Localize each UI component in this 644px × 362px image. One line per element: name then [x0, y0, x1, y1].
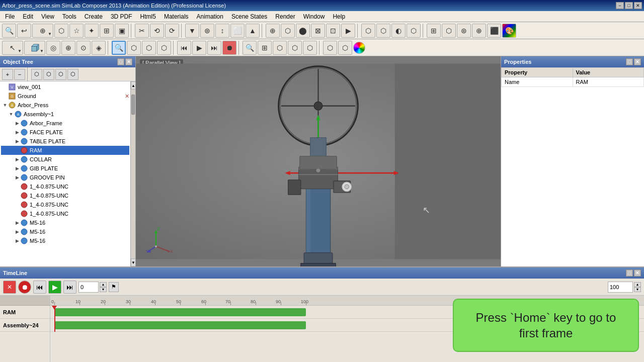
tb2-cube[interactable]: ▼: [24, 41, 45, 55]
tb1-hex5[interactable]: ⬡: [442, 24, 456, 38]
tree-group-button[interactable]: ⬡: [43, 69, 54, 80]
tb1-color[interactable]: 🎨: [502, 24, 516, 38]
scroll-down-btn[interactable]: ▼: [131, 258, 135, 266]
tb1-play[interactable]: ▶: [341, 24, 355, 38]
viewport[interactable]: [ Parallel View ]: [136, 56, 501, 266]
tb1-select2[interactable]: ▣: [115, 24, 129, 38]
panel-close-button[interactable]: ✕: [125, 58, 132, 65]
tb1-plus[interactable]: ⊕: [266, 24, 280, 38]
tb2-hex9[interactable]: ⬡: [323, 41, 337, 55]
menu-window[interactable]: Window: [299, 12, 329, 21]
menu-render[interactable]: Render: [271, 12, 299, 21]
tb2-crosshair[interactable]: ◎: [46, 41, 60, 55]
tb2-play[interactable]: ▶: [192, 41, 206, 55]
tb1-target2[interactable]: ⊛: [457, 24, 471, 38]
tb2-diamond[interactable]: ◈: [92, 41, 106, 55]
tl-frame-input[interactable]: 0: [78, 282, 99, 293]
tb2-forward[interactable]: ⏭: [207, 41, 221, 55]
tb2-select4[interactable]: ⬡: [142, 41, 156, 55]
tb2-circle2[interactable]: ⊙: [76, 41, 91, 55]
tb1-updown[interactable]: ↕: [215, 24, 229, 38]
scroll-up-btn[interactable]: ▲: [131, 81, 135, 89]
tree-item-m516c[interactable]: ▶ M5-16: [1, 236, 129, 245]
menu-edit[interactable]: Edit: [19, 12, 37, 21]
close-button[interactable]: ✕: [634, 2, 642, 9]
tb2-hex10[interactable]: ⬡: [338, 41, 352, 55]
menu-materials[interactable]: Materials: [160, 12, 193, 21]
tree-add-button[interactable]: +: [2, 69, 13, 80]
tb1-halfcircle[interactable]: ◐: [391, 24, 406, 38]
menu-file[interactable]: File: [1, 12, 19, 21]
properties-restore-button[interactable]: □: [626, 58, 633, 65]
tree-item-gibplate[interactable]: ▶ GIB PLATE: [1, 164, 129, 173]
tree-item-m516a[interactable]: ▶ M5-16: [1, 218, 129, 227]
tree-item-ram[interactable]: RAM: [1, 146, 129, 155]
tb2-hex8[interactable]: ⬡: [303, 41, 317, 55]
tree-import-button[interactable]: ⬡: [31, 69, 42, 80]
tree-item-bolt4[interactable]: 1_4-0.875-UNC: [1, 209, 129, 218]
tb1-move[interactable]: ✦: [85, 24, 99, 38]
tl-flag-button[interactable]: ⚑: [109, 282, 119, 292]
tb1-square[interactable]: ⬜: [230, 24, 245, 38]
tb1-black[interactable]: ⬛: [487, 24, 501, 38]
tl-rewind-button[interactable]: ⏮: [33, 281, 46, 294]
tree-item-bolt2[interactable]: 1_4-0.875-UNC: [1, 191, 129, 200]
tb1-down[interactable]: ▼: [185, 24, 199, 38]
tb2-colorwheel[interactable]: [353, 42, 365, 54]
menu-view[interactable]: View: [37, 12, 58, 21]
tree-item-collar[interactable]: ▶ COLLAR: [1, 155, 129, 164]
tree-scrollbar[interactable]: ▲ ▼: [130, 81, 135, 266]
tb1-hex2[interactable]: ⬡: [361, 24, 375, 38]
tb2-select3[interactable]: ⬡: [127, 41, 141, 55]
tree-remove-button[interactable]: −: [14, 69, 25, 80]
tb2-search2[interactable]: 🔍: [243, 41, 257, 55]
tree-item-bolt3[interactable]: 1_4-0.875-UNC: [1, 200, 129, 209]
tree-item-m516b[interactable]: ▶ M5-16: [1, 227, 129, 236]
tree-item-view001[interactable]: V view_001: [1, 82, 129, 92]
tree-content[interactable]: V view_001 G Ground ✕ ▼ A Arbor_Press: [0, 81, 130, 266]
tb2-hex6[interactable]: ⬡: [273, 41, 287, 55]
tl-end-frame-input[interactable]: 100: [608, 282, 633, 293]
tb1-select[interactable]: ⊕▼: [32, 24, 53, 38]
tl-close-button[interactable]: ✕: [3, 281, 16, 294]
tb2-record[interactable]: ⏺: [222, 41, 236, 55]
menu-tools[interactable]: Tools: [58, 12, 80, 21]
tl-record-button[interactable]: ⏺: [18, 281, 31, 294]
tree-item-ground[interactable]: G Ground ✕: [1, 92, 129, 101]
tb2-zoom-btn[interactable]: 🔍: [112, 41, 126, 55]
tree-item-groovepin[interactable]: ▶ GROOVE PIN: [1, 173, 129, 182]
tl-frame-down[interactable]: ▼: [100, 287, 107, 292]
properties-close-button[interactable]: ✕: [634, 58, 641, 65]
tree-item-arborframe[interactable]: ▶ Arbor_Frame: [1, 119, 129, 128]
minimize-button[interactable]: −: [616, 2, 624, 9]
tree-item-faceplate[interactable]: ▶ FACE PLATE: [1, 128, 129, 137]
tb2-arrow[interactable]: ↖▼: [2, 41, 23, 55]
tb1-cw[interactable]: ⟳: [165, 24, 179, 38]
menu-animation[interactable]: Animation: [193, 12, 227, 21]
tl-bar-assembly24[interactable]: [54, 321, 306, 329]
scroll-thumb[interactable]: [131, 95, 135, 115]
tb2-hex7[interactable]: ⬡: [288, 41, 302, 55]
timeline-restore-button[interactable]: □: [626, 269, 633, 277]
tb1-rotate[interactable]: ⬡: [54, 24, 68, 38]
menu-create[interactable]: Create: [80, 12, 107, 21]
tree-settings-button[interactable]: ⬡: [67, 69, 78, 80]
tl-play-button[interactable]: ▶: [48, 281, 61, 294]
tb2-plus3[interactable]: ⊕: [61, 41, 75, 55]
tb1-ccw[interactable]: ⟲: [150, 24, 164, 38]
ground-close-icon[interactable]: ✕: [125, 93, 129, 100]
tb1-grid[interactable]: ⊞: [100, 24, 114, 38]
tb2-settings[interactable]: ⬡: [157, 41, 171, 55]
panel-restore-button[interactable]: □: [117, 58, 124, 65]
maximize-button[interactable]: □: [625, 2, 633, 9]
tl-end-up[interactable]: ▲: [634, 282, 641, 287]
menu-html5[interactable]: Html5: [136, 12, 160, 21]
tree-ungroup-button[interactable]: ⬡: [55, 69, 66, 80]
tb1-star[interactable]: ☆: [69, 24, 84, 38]
tl-bar-ram[interactable]: [54, 308, 306, 316]
tl-frame-up[interactable]: ▲: [100, 282, 107, 287]
tl-end-down[interactable]: ▼: [634, 287, 641, 292]
tb1-hex[interactable]: ⬡: [281, 24, 295, 38]
menu-scene-states[interactable]: Scene States: [227, 12, 271, 21]
tb2-grid3[interactable]: ⊞: [258, 41, 272, 55]
